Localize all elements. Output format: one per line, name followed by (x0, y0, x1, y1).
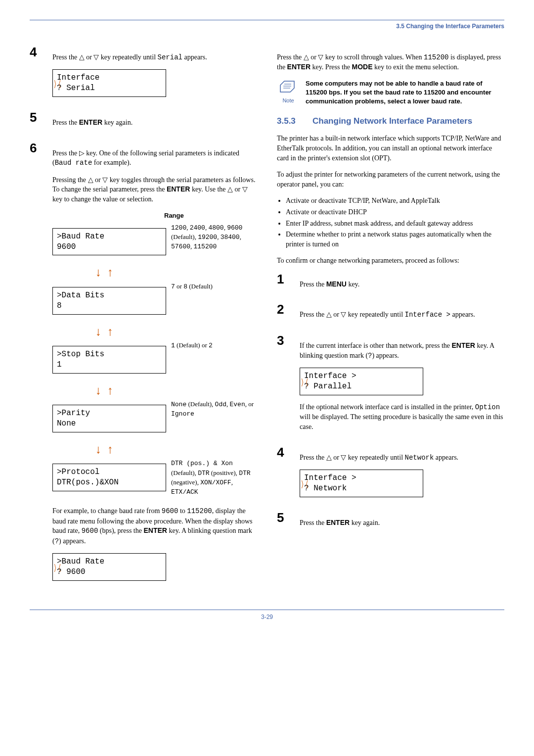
lcd-display: Interface ? Serial (52, 69, 166, 97)
lcd-line2: ? Serial (57, 83, 161, 94)
r-step1-text: Press the MENU key. (300, 280, 504, 289)
section-heading: 3.5.3 Changing Network Interface Paramet… (277, 115, 504, 127)
step-number-2: 2 (277, 303, 291, 327)
note-label: Note (282, 97, 294, 103)
arrows-icon: ↓↑ (52, 264, 156, 281)
down-triangle-icon: ▽ (93, 53, 99, 61)
step-number-4: 4 (30, 46, 44, 104)
right-column: Press the △ or ▽ key to scroll through v… (277, 46, 504, 595)
lcd-parity: >Parity None (52, 405, 166, 432)
list-item: Enter IP address, subnet mask address, a… (286, 219, 504, 229)
range-protocol: DTR (pos.) & Xon (Default), DTR (positiv… (171, 459, 257, 497)
arrows-icon: ↓↑ (52, 441, 156, 458)
lcd-stop-bits: >Stop Bits 1 (52, 346, 166, 374)
r-step2-text: Press the △ or ▽ key repeatedly until In… (300, 310, 504, 320)
list-item: Activate or deactivate TCP/IP, NetWare, … (286, 196, 504, 206)
lcd-baud-rate: >Baud Rate 9600 (52, 228, 166, 256)
note-text: Some computers may not be able to handle… (306, 79, 504, 106)
step6-text: Press the ▷ key. One of the following se… (52, 148, 257, 168)
lcd-protocol: >Protocol DTR(pos.)&XON (52, 464, 166, 491)
blink-icon (302, 379, 308, 386)
right-para1: Press the △ or ▽ key to scroll through v… (277, 52, 504, 72)
r-step3-text: If the current interface is other than n… (300, 341, 504, 361)
arrows-icon: ↓↑ (52, 324, 156, 340)
range-baud: 1200, 2400, 4800, 9600 (Default), 19200,… (171, 223, 257, 252)
step-number-5: 5 (277, 511, 291, 535)
blink-icon (54, 565, 60, 572)
step-number-6: 6 (30, 142, 44, 588)
svg-marker-0 (280, 81, 294, 92)
left-column: 4 Press the △ or ▽ key repeatedly until … (30, 46, 257, 595)
step6-para2: Pressing the △ or ▽ key toggles through … (52, 175, 257, 204)
step-number-3: 3 (277, 334, 291, 439)
list-item: Activate or deactivate DHCP (286, 207, 504, 217)
r-step5-text: Press the ENTER key again. (300, 518, 504, 528)
lcd-interface-parallel: Interface > ? Parallel (300, 368, 423, 395)
lcd-line1: Interface (57, 73, 161, 83)
range-stopbits: 1 (Default) or 2 (171, 341, 257, 350)
lcd-baud-blink: >Baud Rate ? 9600 (52, 553, 166, 581)
header-rule (30, 20, 504, 20)
blink-icon (302, 481, 308, 488)
note-icon (278, 79, 298, 96)
step-number-1: 1 (277, 273, 291, 296)
step-number-4: 4 (277, 446, 291, 504)
right-para3: To adjust the printer for networking par… (277, 170, 504, 189)
step-number-5: 5 (30, 111, 44, 135)
running-header: 3.5 Changing the Interface Parameters (30, 22, 504, 31)
baud-example-para: For example, to change baud rate from 96… (52, 506, 257, 546)
r-step3-para2: If the optional network interface card i… (300, 402, 504, 432)
r-step4-text: Press the △ or ▽ key repeatedly until Ne… (300, 453, 504, 463)
note-box: Note Some computers may not be able to h… (277, 79, 504, 106)
arrows-icon: ↓↑ (52, 382, 156, 399)
list-item: Determine whether to print a network sta… (286, 230, 504, 249)
lcd-interface-network: Interface > ? Network (300, 470, 423, 497)
range-databits: 7 or 8 (Default) (171, 282, 257, 291)
up-triangle-icon: △ (79, 53, 85, 61)
page-footer: 3-29 (30, 610, 504, 621)
right-para4: To confirm or change networking paramete… (277, 256, 504, 266)
range-header: Range (164, 211, 257, 220)
lcd-data-bits: >Data Bits 8 (52, 287, 166, 315)
bullet-list: Activate or deactivate TCP/IP, NetWare, … (286, 196, 504, 249)
step4-text: Press the △ or ▽ key repeatedly until Se… (52, 52, 257, 63)
blink-icon (54, 81, 60, 88)
right-para2: The printer has a built-in network inter… (277, 134, 504, 163)
right-triangle-icon: ▷ (79, 149, 85, 157)
step5-text: Press the ENTER key again. (52, 118, 257, 128)
range-parity: None (Default), Odd, Even, or Ignore (171, 400, 257, 419)
